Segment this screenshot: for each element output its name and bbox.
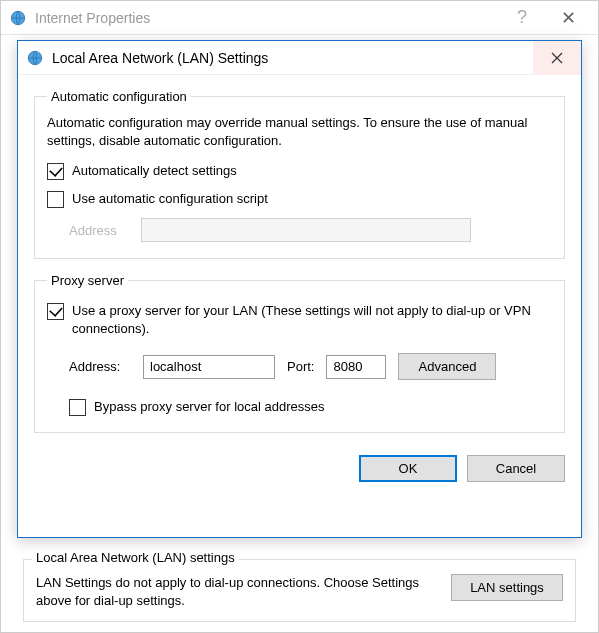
lan-settings-legend: Local Area Network (LAN) settings (32, 550, 239, 565)
use-proxy-checkbox[interactable] (47, 303, 64, 320)
bypass-proxy-label: Bypass proxy server for local addresses (94, 398, 324, 416)
proxy-server-group: Proxy server Use a proxy server for your… (34, 273, 565, 433)
help-button[interactable]: ? (497, 7, 547, 28)
advanced-button[interactable]: Advanced (398, 353, 496, 380)
cancel-button[interactable]: Cancel (467, 455, 565, 482)
bypass-proxy-checkbox[interactable] (69, 399, 86, 416)
auto-config-script-checkbox[interactable] (47, 191, 64, 208)
ok-button[interactable]: OK (359, 455, 457, 482)
proxy-port-input[interactable] (326, 355, 386, 379)
close-icon (551, 52, 563, 64)
auto-config-address-input (141, 218, 471, 242)
proxy-address-input[interactable] (143, 355, 275, 379)
automatic-configuration-group: Automatic configuration Automatic config… (34, 89, 565, 259)
auto-detect-label: Automatically detect settings (72, 162, 237, 180)
auto-config-script-label: Use automatic configuration script (72, 190, 268, 208)
lan-settings-dialog: Local Area Network (LAN) Settings Automa… (17, 40, 582, 538)
dialog-title: Local Area Network (LAN) Settings (52, 50, 533, 66)
auto-detect-checkbox[interactable] (47, 163, 64, 180)
globe-icon (26, 49, 44, 67)
lan-settings-description: LAN Settings do not apply to dial-up con… (36, 574, 439, 609)
proxy-address-label: Address: (69, 359, 131, 374)
parent-titlebar: Internet Properties ? ✕ (1, 1, 598, 35)
auto-config-address-label: Address (69, 223, 131, 238)
lan-settings-button[interactable]: LAN settings (451, 574, 563, 601)
dialog-titlebar: Local Area Network (LAN) Settings (18, 41, 581, 75)
automatic-configuration-description: Automatic configuration may override man… (47, 114, 552, 150)
lan-settings-group: Local Area Network (LAN) settings LAN Se… (23, 559, 576, 622)
parent-title: Internet Properties (35, 10, 497, 26)
use-proxy-label: Use a proxy server for your LAN (These s… (72, 302, 552, 337)
proxy-port-label: Port: (287, 359, 314, 374)
globe-icon (9, 9, 27, 27)
automatic-configuration-legend: Automatic configuration (47, 89, 191, 104)
parent-close-button[interactable]: ✕ (547, 7, 590, 29)
dialog-close-button[interactable] (533, 41, 581, 75)
proxy-server-legend: Proxy server (47, 273, 128, 288)
